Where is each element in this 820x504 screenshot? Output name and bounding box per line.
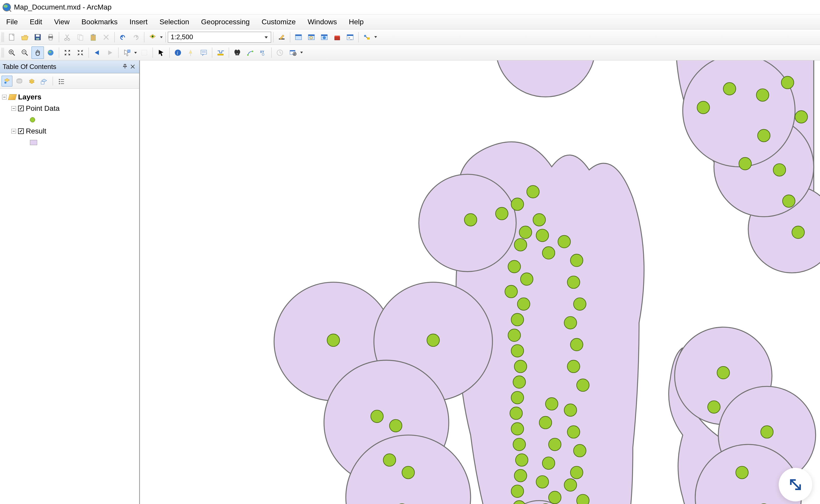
svg-point-139 — [717, 366, 729, 379]
delete-icon[interactable] — [100, 31, 112, 43]
fixed-zoom-in-icon[interactable] — [61, 46, 74, 59]
map-canvas[interactable] — [139, 60, 820, 504]
svg-rect-4 — [9, 34, 14, 40]
menu-insert[interactable]: Insert — [128, 17, 150, 27]
layer-visibility-checkbox[interactable] — [18, 128, 24, 134]
print-icon[interactable] — [44, 31, 57, 43]
hyperlink-icon[interactable] — [185, 46, 197, 59]
copy-icon[interactable] — [74, 31, 86, 43]
svg-point-187 — [546, 398, 558, 410]
collapse-icon[interactable]: − — [11, 106, 16, 111]
layer-point-data[interactable]: − Point Data — [2, 103, 137, 114]
add-data-dropdown-icon[interactable] — [159, 36, 163, 39]
menu-bookmarks[interactable]: Bookmarks — [80, 17, 120, 27]
python-window-icon[interactable]: >_ — [344, 31, 356, 43]
toolbox-icon[interactable] — [331, 31, 343, 43]
search-window-icon[interactable] — [305, 31, 318, 43]
polygon-symbol-icon[interactable] — [30, 140, 37, 145]
forward-extent-icon[interactable] — [104, 46, 116, 59]
layer-visibility-checkbox[interactable] — [18, 106, 24, 111]
select-elements-icon[interactable] — [155, 46, 167, 59]
svg-point-182 — [573, 298, 586, 310]
svg-point-173 — [513, 438, 525, 451]
list-by-visibility-icon[interactable] — [26, 76, 37, 86]
svg-point-186 — [577, 379, 589, 391]
find-route-icon[interactable] — [244, 46, 256, 59]
cut-icon[interactable] — [61, 31, 74, 43]
collapse-icon[interactable]: − — [2, 95, 7, 99]
toolbar-options-icon[interactable] — [299, 50, 304, 55]
time-slider-icon[interactable] — [274, 46, 286, 59]
close-icon[interactable] — [129, 63, 137, 71]
svg-point-166 — [508, 329, 521, 341]
svg-point-148 — [383, 454, 396, 466]
svg-marker-76 — [189, 50, 192, 53]
list-by-source-icon[interactable] — [14, 76, 25, 86]
toolbar-grip[interactable] — [2, 32, 4, 42]
svg-marker-45 — [374, 36, 377, 38]
create-viewer-icon[interactable] — [287, 46, 299, 59]
catalog-window-icon[interactable] — [292, 31, 305, 43]
collapse-icon[interactable]: − — [11, 129, 16, 133]
svg-point-175 — [514, 469, 527, 482]
main-area: Table Of Contents − — [0, 60, 820, 504]
new-icon[interactable] — [6, 31, 18, 43]
menu-edit[interactable]: Edit — [28, 17, 44, 27]
menu-view[interactable]: View — [52, 17, 72, 27]
arcmap-app-icon — [2, 3, 11, 12]
list-by-selection-icon[interactable] — [39, 76, 50, 86]
window-title: Map_Document.mxd - ArcMap — [14, 3, 112, 11]
menu-help[interactable]: Help — [347, 17, 366, 27]
zoom-out-icon[interactable] — [19, 46, 31, 59]
find-icon[interactable] — [231, 46, 243, 59]
toolbar-options-icon[interactable] — [374, 35, 378, 40]
full-extent-icon[interactable] — [44, 46, 57, 59]
menu-windows[interactable]: Windows — [305, 17, 339, 27]
svg-point-114 — [495, 60, 595, 97]
undo-icon[interactable] — [117, 31, 129, 43]
html-popup-icon[interactable] — [198, 46, 210, 59]
clear-selection-icon[interactable] — [138, 46, 151, 59]
paste-icon[interactable] — [87, 31, 99, 43]
layer-result-symbol — [2, 137, 137, 148]
svg-point-183 — [564, 317, 577, 329]
add-data-icon[interactable] — [146, 31, 159, 43]
svg-point-156 — [533, 214, 545, 226]
list-by-drawing-order-icon[interactable] — [2, 76, 12, 86]
toc-tree: − Layers − Point Data − — [0, 89, 139, 504]
point-symbol-icon[interactable] — [30, 117, 35, 122]
tree-root-layers[interactable]: − Layers — [2, 91, 137, 103]
arc-catalog-icon[interactable] — [318, 31, 330, 43]
save-icon[interactable] — [31, 31, 44, 43]
pan-icon[interactable] — [31, 46, 44, 59]
zoom-in-icon[interactable] — [6, 46, 18, 59]
svg-point-152 — [464, 214, 477, 226]
menu-file[interactable]: File — [4, 17, 20, 27]
scale-dropdown-icon[interactable] — [264, 33, 268, 41]
svg-rect-35 — [321, 35, 327, 36]
model-builder-icon[interactable] — [361, 31, 373, 43]
menu-selection[interactable]: Selection — [157, 17, 191, 27]
select-features-icon[interactable] — [121, 46, 133, 59]
back-extent-icon[interactable] — [91, 46, 103, 59]
measure-icon[interactable] — [214, 46, 227, 59]
menu-customize[interactable]: Customize — [259, 17, 298, 27]
go-to-xy-icon[interactable]: XY — [257, 46, 269, 59]
svg-point-89 — [262, 53, 264, 56]
map-scale-value: 1:2,500 — [171, 33, 193, 41]
svg-point-195 — [536, 476, 548, 488]
open-icon[interactable] — [19, 31, 31, 43]
identify-icon[interactable]: i — [172, 46, 184, 59]
toc-options-icon[interactable] — [56, 76, 67, 86]
editor-toolbar-icon[interactable] — [275, 31, 288, 43]
map-scale-input[interactable]: 1:2,500 — [168, 32, 271, 43]
fixed-zoom-out-icon[interactable] — [74, 46, 86, 59]
redo-icon[interactable] — [130, 31, 142, 43]
menu-geoprocessing[interactable]: Geoprocessing — [199, 17, 252, 27]
layer-result[interactable]: − Result — [2, 125, 137, 137]
layer-label: Result — [26, 127, 46, 135]
expand-diagonal-icon[interactable] — [779, 468, 812, 501]
toolbar-grip[interactable] — [2, 48, 4, 58]
select-features-dropdown-icon[interactable] — [133, 51, 138, 54]
pin-icon[interactable] — [121, 63, 129, 71]
